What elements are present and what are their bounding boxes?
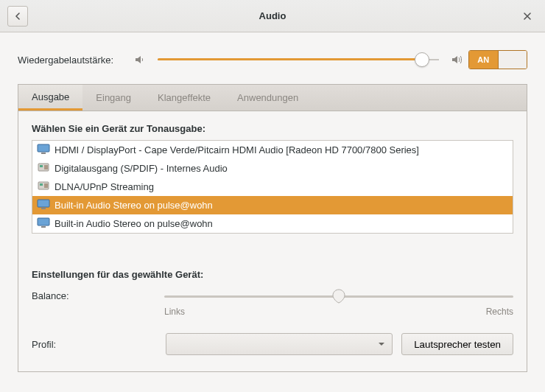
chevron-left-icon (14, 13, 21, 20)
svg-rect-8 (38, 200, 49, 207)
device-label: DLNA/UPnP Streaming (54, 181, 154, 192)
svg-rect-10 (38, 218, 49, 225)
device-settings-label: Einstellungen für das gewählte Gerät: (32, 269, 513, 280)
device-item[interactable]: HDMI / DisplayPort - Cape Verde/Pitcairn… (32, 141, 513, 159)
titlebar: Audio (0, 0, 545, 32)
soundcard-icon (37, 161, 50, 175)
device-item[interactable]: Digitalausgang (S/PDIF) - Internes Audio (32, 159, 513, 178)
back-button[interactable] (7, 6, 28, 27)
close-button[interactable] (517, 6, 538, 27)
volume-slider[interactable] (158, 52, 439, 67)
monitor-icon (37, 217, 50, 231)
device-label: Digitalausgang (S/PDIF) - Internes Audio (54, 163, 228, 174)
monitor-icon (37, 198, 50, 212)
output-panel: Wählen Sie ein Gerät zur Tonausgabe: HDM… (18, 111, 527, 372)
balance-left-label: Links (164, 307, 185, 317)
balance-label: Balance: (32, 289, 164, 301)
balance-slider-thumb[interactable] (332, 289, 345, 304)
monitor-icon (37, 143, 50, 157)
choose-device-label: Wählen Sie ein Gerät zur Tonausgabe: (32, 123, 513, 134)
svg-rect-4 (44, 165, 48, 169)
soundcard-icon (37, 180, 50, 194)
toggle-off-side (498, 51, 527, 69)
test-speakers-button[interactable]: Lautsprecher testen (401, 333, 513, 355)
tab-anwendungen[interactable]: Anwendungen (224, 85, 312, 111)
svg-rect-0 (38, 144, 49, 152)
profile-label: Profil: (32, 339, 157, 350)
svg-rect-6 (40, 183, 43, 186)
svg-rect-1 (41, 153, 46, 154)
balance-row: Balance: Links Rechts (32, 289, 513, 317)
device-item[interactable]: Built-in Audio Stereo on pulse@wohn (32, 196, 513, 214)
device-item[interactable]: DLNA/UPnP Streaming (32, 178, 513, 196)
speaker-low-icon (134, 54, 146, 66)
close-icon (523, 12, 532, 21)
toggle-on-label: AN (469, 51, 498, 69)
volume-row: Wiedergabelautstärke: AN (18, 50, 527, 69)
svg-rect-9 (41, 208, 46, 209)
tabbar: AusgabeEingangKlangeffekteAnwendungen (18, 84, 527, 111)
svg-rect-3 (40, 165, 43, 167)
balance-slider[interactable] (164, 289, 513, 304)
device-label: Built-in Audio Stereo on pulse@wohn (54, 218, 213, 229)
speaker-high-icon (451, 54, 463, 66)
tab-ausgabe[interactable]: Ausgabe (18, 85, 82, 111)
volume-slider-thumb[interactable] (415, 52, 429, 67)
volume-label: Wiedergabelautstärke: (18, 55, 128, 66)
device-item[interactable]: Built-in Audio Stereo on pulse@wohn (32, 214, 513, 233)
profile-row: Profil: Lautsprecher testen (32, 333, 513, 355)
svg-rect-7 (44, 183, 48, 188)
volume-toggle[interactable]: AN (468, 50, 527, 69)
window-title: Audio (0, 10, 545, 21)
device-label: HDMI / DisplayPort - Cape Verde/Pitcairn… (54, 144, 419, 155)
balance-right-label: Rechts (486, 307, 513, 317)
svg-rect-11 (41, 226, 46, 228)
device-label: Built-in Audio Stereo on pulse@wohn (54, 200, 213, 211)
profile-select[interactable] (166, 333, 393, 355)
tab-klangeffekte[interactable]: Klangeffekte (144, 85, 224, 111)
tab-eingang[interactable]: Eingang (82, 85, 144, 111)
device-list: HDMI / DisplayPort - Cape Verde/Pitcairn… (32, 140, 513, 234)
